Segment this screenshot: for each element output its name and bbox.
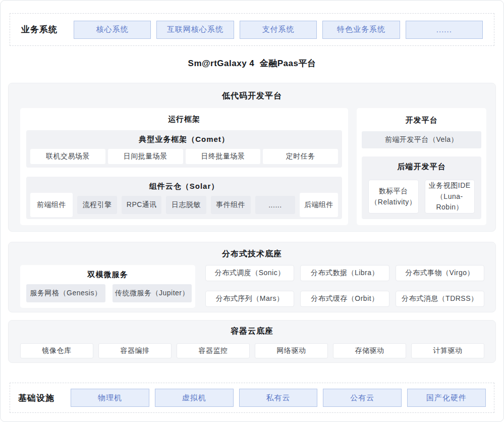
service-mesh-chip[interactable]: 服务网格（Genesis） [26, 284, 105, 302]
backend-tool-name: 业务视图IDE [429, 180, 471, 191]
container-cloud-row: 镜像仓库 容器编排 容器监控 网络驱动 存储驱动 计算驱动 [20, 343, 484, 358]
container-cloud-title: 容器云底座 [9, 321, 495, 337]
dual-mode-chips-row: 服务网格（Genesis） 传统微服务（Jupiter） [26, 284, 192, 302]
low-code-platform-section: 低代码开发平台 运行框架 典型业务框架（Comet） 联机交易场景 日间批量场景… [8, 83, 496, 232]
infrastructure-button[interactable]: 物理机 [71, 389, 149, 407]
business-system-button[interactable]: 支付系统 [240, 21, 317, 39]
container-cloud-box[interactable]: 镜像仓库 [20, 343, 93, 358]
solar-component-chip[interactable]: 流程引擎 [77, 196, 117, 214]
dev-platform-card: 开发平台 前端开发平台（Vela） 后端开发平台 数标平台 （Relativit… [357, 108, 486, 225]
business-system-label: 业务系统 [21, 24, 74, 35]
infrastructure-buttons: 物理机 虚拟机 私有云 公有云 国产化硬件 [71, 389, 486, 407]
infrastructure-label: 基础设施 [18, 392, 71, 404]
container-cloud-box[interactable]: 计算驱动 [411, 343, 484, 358]
solar-component-chip[interactable]: RPC通讯 [122, 196, 161, 214]
business-system-button[interactable]: 特色业务系统 [322, 21, 400, 39]
container-cloud-box[interactable]: 存储驱动 [333, 343, 406, 358]
distributed-service-box[interactable]: 分布式事物（Virgo） [396, 265, 484, 281]
business-system-row: 业务系统 核心系统 互联网核心系统 支付系统 特色业务系统 ...... [10, 13, 494, 46]
solar-component-chip[interactable]: 事件组件 [211, 196, 251, 214]
dev-platform-title: 开发平台 [357, 108, 486, 125]
infrastructure-button[interactable]: 国产化硬件 [407, 389, 486, 407]
distributed-service-box[interactable]: 分布式数据（Libra） [300, 265, 389, 281]
backend-tool-codename: （Relativity） [370, 197, 416, 208]
dual-mode-microservice-card: 双模微服务 服务网格（Genesis） 传统微服务（Jupiter） [20, 265, 195, 308]
back-end-component-chip[interactable]: 后端组件 [300, 193, 338, 217]
solar-components-row: 前端组件 流程引擎 RPC通讯 日志脱敏 事件组件 ...... 后端组件 [30, 192, 338, 218]
architecture-diagram-page: 业务系统 核心系统 互联网核心系统 支付系统 特色业务系统 ...... Sm@… [0, 0, 504, 422]
container-cloud-box[interactable]: 网络驱动 [255, 343, 328, 358]
infrastructure-button[interactable]: 私有云 [239, 389, 318, 407]
distributed-service-box[interactable]: 分布式序列（Mars） [205, 291, 294, 307]
business-system-button[interactable]: 互联网核心系统 [156, 21, 234, 39]
infrastructure-button[interactable]: 公有云 [323, 389, 402, 407]
backend-tool-name: 数标平台 [379, 186, 408, 197]
distributed-services-grid: 分布式调度（Sonic） 分布式数据（Libra） 分布式事物（Virgo） 分… [205, 265, 484, 307]
backend-dev-platform-panel: 后端开发平台 数标平台 （Relativity） 业务视图IDE （Luna-R… [362, 156, 481, 219]
runtime-framework-title: 运行框架 [20, 108, 348, 124]
comet-framework-title: 典型业务框架（Comet） [26, 130, 342, 144]
business-system-button-more[interactable]: ...... [406, 21, 483, 39]
solar-component-title: 组件云仓（Solar） [26, 177, 342, 191]
container-cloud-box[interactable]: 容器编排 [98, 343, 172, 358]
container-cloud-box[interactable]: 容器监控 [177, 343, 250, 358]
comet-scenario-chip[interactable]: 日间批量场景 [108, 149, 183, 164]
comet-scenario-chip[interactable]: 定时任务 [263, 149, 338, 164]
platform-title: Sm@rtGalaxy 4 金融Paas平台 [1, 58, 503, 69]
traditional-microservice-chip[interactable]: 传统微服务（Jupiter） [113, 284, 192, 302]
runtime-framework-card: 运行框架 典型业务框架（Comet） 联机交易场景 日间批量场景 日终批量场景 … [20, 108, 348, 225]
solar-component-chip[interactable]: 日志脱敏 [166, 196, 206, 214]
distributed-service-box[interactable]: 分布式调度（Sonic） [205, 265, 294, 281]
business-system-buttons: 核心系统 互联网核心系统 支付系统 特色业务系统 ...... [74, 21, 483, 39]
comet-scenarios-row: 联机交易场景 日间批量场景 日终批量场景 定时任务 [30, 149, 338, 164]
solar-component-panel: 组件云仓（Solar） 前端组件 流程引擎 RPC通讯 日志脱敏 事件组件 ..… [26, 177, 342, 219]
frontend-dev-platform-chip[interactable]: 前端开发平台（Vela） [362, 131, 481, 148]
front-end-component-chip[interactable]: 前端组件 [30, 193, 73, 217]
comet-scenario-chip[interactable]: 日终批量场景 [186, 149, 261, 164]
distributed-base-section: 分布式技术底座 双模微服务 服务网格（Genesis） 传统微服务（Jupite… [8, 242, 496, 312]
backend-tool-box[interactable]: 数标平台 （Relativity） [368, 180, 419, 214]
infrastructure-row: 基础设施 物理机 虚拟机 私有云 公有云 国产化硬件 [10, 383, 494, 413]
infrastructure-button[interactable]: 虚拟机 [155, 389, 234, 407]
backend-dev-platform-title: 后端开发平台 [362, 156, 481, 172]
business-system-button[interactable]: 核心系统 [74, 21, 151, 39]
distributed-service-box[interactable]: 分布式缓存（Orbit） [300, 291, 389, 307]
distributed-service-box[interactable]: 分布式消息（TDRSS） [396, 291, 484, 307]
comet-scenario-chip[interactable]: 联机交易场景 [30, 149, 105, 164]
backend-tools-row: 数标平台 （Relativity） 业务视图IDE （Luna-Robin） [368, 180, 475, 214]
distributed-base-title: 分布式技术底座 [9, 242, 495, 259]
backend-tool-codename: （Luna-Robin） [425, 191, 475, 213]
backend-tool-box[interactable]: 业务视图IDE （Luna-Robin） [425, 180, 475, 214]
solar-component-chip-more[interactable]: ...... [255, 196, 295, 214]
dual-mode-microservice-title: 双模微服务 [20, 265, 195, 280]
low-code-platform-title: 低代码开发平台 [9, 83, 495, 101]
comet-framework-panel: 典型业务框架（Comet） 联机交易场景 日间批量场景 日终批量场景 定时任务 [26, 130, 342, 168]
container-cloud-section: 容器云底座 镜像仓库 容器编排 容器监控 网络驱动 存储驱动 计算驱动 [8, 320, 496, 363]
